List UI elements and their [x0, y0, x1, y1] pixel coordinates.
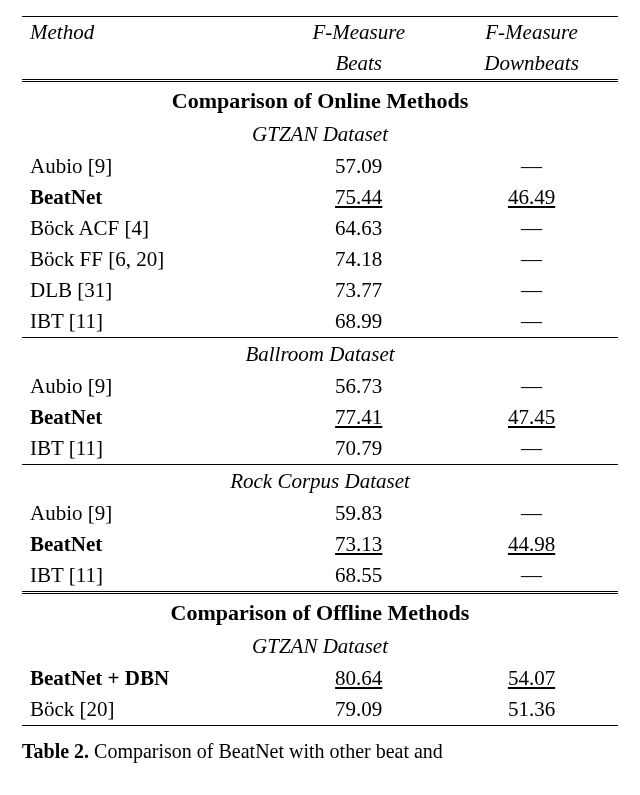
table-row: Aubio [9] 56.73 —: [22, 371, 618, 402]
dataset-gtzan-offline: GTZAN Dataset: [22, 630, 618, 663]
dataset-gtzan: GTZAN Dataset: [22, 118, 618, 151]
header-method: Method: [22, 17, 272, 49]
cell-downbeats: 46.49: [508, 185, 555, 209]
caption-text: Comparison of BeatNet with other beat an…: [94, 740, 443, 762]
cell-beats: 73.77: [272, 275, 445, 306]
dataset-rock: Rock Corpus Dataset: [22, 465, 618, 499]
table-row: Aubio [9] 57.09 —: [22, 151, 618, 182]
cell-method: IBT [11]: [22, 433, 272, 465]
cell-beats: 73.13: [335, 532, 382, 556]
cell-method: BeatNet: [22, 402, 272, 433]
cell-downbeats: —: [445, 371, 618, 402]
cell-downbeats: —: [445, 275, 618, 306]
cell-beats: 68.99: [272, 306, 445, 338]
caption-label: Table 2.: [22, 740, 89, 762]
cell-beats: 79.09: [272, 694, 445, 726]
cell-beats: 74.18: [272, 244, 445, 275]
table-row: IBT [11] 70.79 —: [22, 433, 618, 465]
header-beats: F-Measure: [272, 17, 445, 49]
cell-beats: 68.55: [272, 560, 445, 593]
cell-downbeats: 51.36: [445, 694, 618, 726]
table-caption: Table 2. Comparison of BeatNet with othe…: [22, 740, 618, 763]
cell-method: Aubio [9]: [22, 371, 272, 402]
table-row: BeatNet 73.13 44.98: [22, 529, 618, 560]
cell-beats: 80.64: [335, 666, 382, 690]
cell-method: BeatNet + DBN: [22, 663, 272, 694]
header-beats-sub: Beats: [272, 48, 445, 81]
cell-downbeats: 44.98: [508, 532, 555, 556]
dataset-label: Rock Corpus Dataset: [22, 465, 618, 499]
header-downbeats: F-Measure: [445, 17, 618, 49]
cell-downbeats: —: [445, 498, 618, 529]
cell-downbeats: 54.07: [508, 666, 555, 690]
cell-beats: 59.83: [272, 498, 445, 529]
table-header-row: Method F-Measure F-Measure: [22, 17, 618, 49]
cell-beats: 77.41: [335, 405, 382, 429]
cell-downbeats: 47.45: [508, 405, 555, 429]
section-label: Comparison of Online Methods: [22, 81, 618, 119]
section-online: Comparison of Online Methods: [22, 81, 618, 119]
cell-downbeats: —: [445, 433, 618, 465]
cell-method: BeatNet: [22, 182, 272, 213]
section-offline: Comparison of Offline Methods: [22, 593, 618, 631]
table-row: IBT [11] 68.55 —: [22, 560, 618, 593]
cell-method: IBT [11]: [22, 306, 272, 338]
cell-method: Böck FF [6, 20]: [22, 244, 272, 275]
table-row: BeatNet 77.41 47.45: [22, 402, 618, 433]
section-label: Comparison of Offline Methods: [22, 593, 618, 631]
dataset-label: Ballroom Dataset: [22, 338, 618, 372]
cell-beats: 75.44: [335, 185, 382, 209]
cell-method: DLB [31]: [22, 275, 272, 306]
table-row: IBT [11] 68.99 —: [22, 306, 618, 338]
dataset-label: GTZAN Dataset: [22, 118, 618, 151]
table-row: BeatNet + DBN 80.64 54.07: [22, 663, 618, 694]
cell-method: Böck [20]: [22, 694, 272, 726]
table-row: Böck ACF [4] 64.63 —: [22, 213, 618, 244]
table-row: Böck FF [6, 20] 74.18 —: [22, 244, 618, 275]
cell-beats: 64.63: [272, 213, 445, 244]
table-row: BeatNet 75.44 46.49: [22, 182, 618, 213]
cell-method: Aubio [9]: [22, 151, 272, 182]
dataset-ballroom: Ballroom Dataset: [22, 338, 618, 372]
cell-method: Aubio [9]: [22, 498, 272, 529]
cell-downbeats: —: [445, 306, 618, 338]
cell-downbeats: —: [445, 151, 618, 182]
dataset-label: GTZAN Dataset: [22, 630, 618, 663]
cell-downbeats: —: [445, 244, 618, 275]
cell-method: IBT [11]: [22, 560, 272, 593]
table-row: Böck [20] 79.09 51.36: [22, 694, 618, 726]
results-table: Method F-Measure F-Measure Beats Downbea…: [22, 16, 618, 726]
cell-downbeats: —: [445, 213, 618, 244]
table-row: DLB [31] 73.77 —: [22, 275, 618, 306]
cell-downbeats: —: [445, 560, 618, 593]
header-downbeats-sub: Downbeats: [445, 48, 618, 81]
cell-method: Böck ACF [4]: [22, 213, 272, 244]
table-header-sub: Beats Downbeats: [22, 48, 618, 81]
cell-beats: 70.79: [272, 433, 445, 465]
cell-beats: 56.73: [272, 371, 445, 402]
cell-beats: 57.09: [272, 151, 445, 182]
table-row: Aubio [9] 59.83 —: [22, 498, 618, 529]
cell-method: BeatNet: [22, 529, 272, 560]
